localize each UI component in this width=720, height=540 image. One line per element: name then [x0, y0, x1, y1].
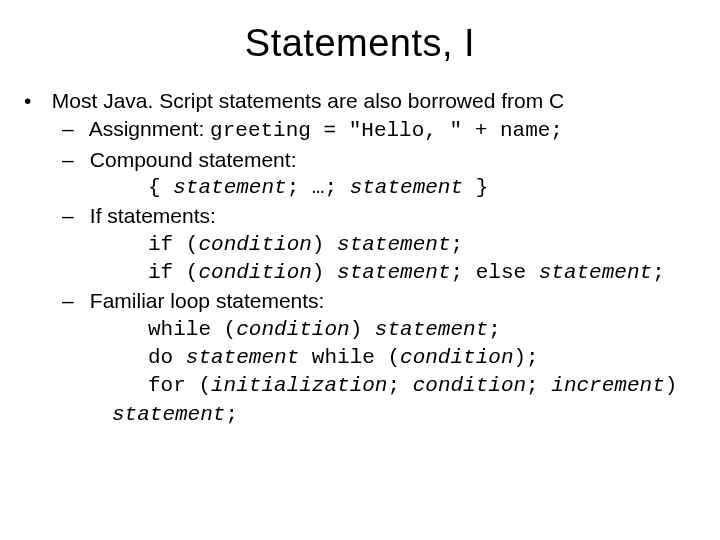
- bullet-intro: Most Java. Script statements are also bo…: [52, 89, 564, 112]
- assignment-label: Assignment:: [89, 117, 210, 140]
- txt: if (: [148, 233, 198, 256]
- txt: statement: [186, 346, 299, 369]
- sub-item-loops: Familiar loop statements: while (conditi…: [84, 287, 692, 429]
- for-line-1: for (initialization; condition; incremen…: [84, 372, 692, 400]
- txt: ;: [387, 374, 412, 397]
- bullet-item: Most Java. Script statements are also bo…: [46, 87, 692, 429]
- txt: condition: [198, 233, 311, 256]
- while-line: while (condition) statement;: [84, 316, 692, 344]
- sub-item-assignment: Assignment: greeting = "Hello, " + name;: [84, 115, 692, 145]
- txt: condition: [236, 318, 349, 341]
- txt: statement: [375, 318, 488, 341]
- loops-label: Familiar loop statements:: [90, 289, 325, 312]
- txt: if (: [148, 261, 198, 284]
- txt: ; …;: [287, 176, 350, 199]
- txt: );: [513, 346, 538, 369]
- txt: ; else: [450, 261, 538, 284]
- txt: statement: [350, 176, 463, 199]
- sub-item-if: If statements: if (condition) statement;…: [84, 202, 692, 287]
- sub-item-compound: Compound statement: { statement; …; stat…: [84, 146, 692, 203]
- txt: ;: [450, 233, 463, 256]
- for-line-2: statement;: [84, 401, 692, 429]
- bullet-list: Most Java. Script statements are also bo…: [28, 87, 692, 429]
- txt: initialization: [211, 374, 387, 397]
- txt: for (: [148, 374, 211, 397]
- txt: condition: [413, 374, 526, 397]
- compound-line: { statement; …; statement }: [84, 174, 692, 202]
- txt: statement: [173, 176, 286, 199]
- txt: statement: [337, 233, 450, 256]
- txt: while (: [299, 346, 400, 369]
- assignment-code: greeting = "Hello, " + name;: [210, 119, 563, 142]
- txt: while (: [148, 318, 236, 341]
- if-line-1: if (condition) statement;: [84, 231, 692, 259]
- do-line: do statement while (condition);: [84, 344, 692, 372]
- if-line-2: if (condition) statement; else statement…: [84, 259, 692, 287]
- txt: increment: [551, 374, 664, 397]
- slide-title: Statements, I: [28, 22, 692, 65]
- txt: ;: [225, 403, 238, 426]
- txt: ): [312, 233, 337, 256]
- txt: condition: [198, 261, 311, 284]
- txt: ;: [652, 261, 665, 284]
- txt: ;: [526, 374, 551, 397]
- txt: statement: [539, 261, 652, 284]
- txt: statement: [112, 403, 225, 426]
- txt: ): [665, 374, 678, 397]
- txt: statement: [337, 261, 450, 284]
- compound-label: Compound statement:: [90, 148, 297, 171]
- txt: ;: [488, 318, 501, 341]
- txt: condition: [400, 346, 513, 369]
- txt: }: [463, 176, 488, 199]
- sub-list: Assignment: greeting = "Hello, " + name;…: [46, 115, 692, 429]
- txt: ): [312, 261, 337, 284]
- if-label: If statements:: [90, 204, 216, 227]
- txt: do: [148, 346, 186, 369]
- txt: {: [148, 176, 173, 199]
- txt: ): [350, 318, 375, 341]
- slide: Statements, I Most Java. Script statemen…: [0, 0, 720, 540]
